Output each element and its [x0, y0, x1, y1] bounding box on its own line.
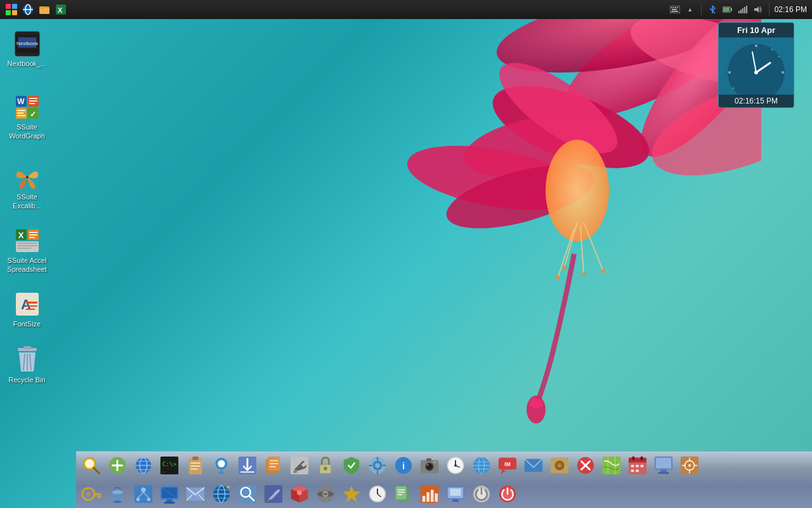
dock-map2-icon[interactable] — [599, 453, 624, 478]
svg-rect-174 — [631, 470, 634, 472]
dock-globe-browse-icon[interactable] — [131, 453, 156, 478]
svg-rect-24 — [12, 10, 17, 15]
dock-disk-icon[interactable] — [313, 481, 338, 507]
svg-text:Nextbook: Nextbook — [16, 41, 39, 46]
desktop-icon-recycle-bin[interactable]: Recycle Bin — [3, 345, 51, 387]
svg-rect-70 — [29, 234, 37, 236]
desktop-icon-excalib[interactable]: SSuite Excalib... — [3, 162, 51, 213]
svg-rect-74 — [17, 245, 37, 246]
dock-pen-icon[interactable] — [261, 481, 286, 507]
svg-point-13 — [563, 266, 566, 270]
dock-time2-icon[interactable] — [365, 481, 390, 507]
dock-camera-icon[interactable] — [417, 453, 442, 478]
svg-rect-237 — [435, 493, 438, 502]
svg-point-4 — [459, 105, 619, 187]
svg-point-15 — [556, 276, 560, 279]
dock-settings-icon[interactable] — [365, 453, 390, 478]
svg-rect-144 — [426, 458, 431, 462]
svg-rect-166 — [603, 457, 620, 474]
dock-map-pin-icon[interactable] — [209, 453, 234, 478]
desktop-icon-wordgraph[interactable]: W ✓ SSuite WordGraph — [3, 92, 51, 144]
dock-star-icon[interactable] — [339, 481, 364, 507]
svg-point-91 — [771, 49, 773, 51]
svg-rect-45 — [742, 8, 743, 13]
desktop-icon-fontsize[interactable]: A FontSize — [3, 289, 51, 331]
svg-rect-236 — [431, 490, 434, 502]
dock-files-icon[interactable] — [261, 453, 286, 478]
svg-rect-44 — [740, 10, 742, 13]
dock-network-icon[interactable] — [131, 481, 156, 507]
dock-clipboard-icon[interactable] — [183, 453, 208, 478]
svg-rect-56 — [29, 98, 37, 99]
ie-taskbar-button[interactable] — [22, 3, 34, 16]
dock-search3-icon[interactable] — [235, 481, 260, 507]
desktop-icon-nextbook[interactable]: Nextbook Nextbook_... — [3, 29, 51, 70]
desktop: X ▲ — [0, 0, 812, 508]
dock-copy2-icon[interactable] — [391, 481, 416, 507]
svg-rect-46 — [744, 7, 745, 13]
dock-info-icon[interactable]: i — [391, 453, 416, 478]
dock-gps-icon[interactable] — [677, 453, 702, 478]
dock-photo-icon[interactable] — [547, 453, 572, 478]
battery-icon — [722, 4, 733, 15]
excel-taskbar-button[interactable]: X — [55, 3, 67, 16]
svg-rect-175 — [636, 470, 639, 472]
dock-calendar-icon[interactable] — [625, 453, 650, 478]
explorer-taskbar-button[interactable] — [38, 3, 51, 16]
dock-shutdown-icon[interactable] — [469, 481, 494, 507]
svg-rect-78 — [26, 302, 37, 304]
dock-screen-icon[interactable] — [157, 481, 182, 507]
svg-text:X: X — [18, 231, 23, 240]
dock-globe-icon[interactable] — [469, 453, 494, 478]
dock-chart-icon[interactable] — [417, 481, 442, 507]
svg-rect-201 — [166, 499, 172, 502]
svg-rect-234 — [422, 496, 426, 502]
svg-rect-235 — [426, 492, 429, 502]
svg-point-186 — [688, 464, 691, 467]
dock-clock-icon[interactable] — [443, 453, 468, 478]
svg-point-16 — [601, 269, 605, 273]
dock-power-icon[interactable] — [495, 481, 520, 507]
dock-im-icon[interactable]: IM — [495, 453, 520, 478]
expand-tray-icon[interactable]: ▲ — [684, 4, 696, 15]
dock-shield-icon[interactable] — [339, 453, 364, 478]
svg-rect-172 — [636, 465, 639, 467]
svg-rect-127 — [270, 466, 275, 467]
excalib-label: SSuite Excalib... — [5, 192, 49, 211]
svg-text:W: W — [17, 97, 25, 106]
svg-rect-171 — [631, 465, 634, 467]
dock-remove-icon[interactable] — [573, 453, 598, 478]
dock-magnifier-icon[interactable] — [79, 453, 104, 478]
svg-rect-60 — [17, 110, 25, 111]
keyboard-icon — [669, 4, 681, 15]
dock-cmd-icon[interactable]: C:\> _ — [157, 453, 182, 478]
svg-rect-114 — [192, 457, 198, 460]
dock-email2-icon[interactable] — [183, 481, 208, 507]
svg-rect-179 — [658, 472, 669, 474]
svg-rect-229 — [396, 486, 407, 500]
svg-text:i: i — [402, 460, 405, 471]
dock-lock-icon[interactable] — [313, 453, 338, 478]
windows-start-button[interactable] — [5, 3, 18, 16]
dock-mail-icon[interactable] — [521, 453, 546, 478]
dock-ie2-icon[interactable]: * — [209, 481, 234, 507]
dock-bucket-icon[interactable] — [105, 481, 130, 507]
dock-add-icon[interactable] — [105, 453, 130, 478]
svg-rect-80 — [26, 309, 35, 310]
svg-rect-42 — [723, 8, 730, 11]
svg-point-222 — [324, 493, 327, 495]
dock-display2-icon[interactable] — [443, 481, 468, 507]
svg-rect-36 — [675, 7, 676, 8]
volume-icon[interactable] — [752, 4, 764, 15]
svg-rect-137 — [383, 465, 386, 466]
dock-tools-icon[interactable] — [287, 453, 312, 478]
dock-download-icon[interactable] — [235, 453, 260, 478]
dock-key-icon[interactable] — [79, 481, 104, 507]
dock-color-icon[interactable] — [287, 481, 312, 507]
svg-point-90 — [728, 71, 731, 74]
desktop-icon-accel[interactable]: X SSuite Accel Spreadsheet — [3, 225, 51, 277]
dock-monitor-icon[interactable] — [651, 453, 676, 478]
svg-rect-116 — [190, 465, 200, 467]
svg-text:C:\>: C:\> — [162, 460, 177, 467]
svg-point-130 — [324, 467, 327, 471]
